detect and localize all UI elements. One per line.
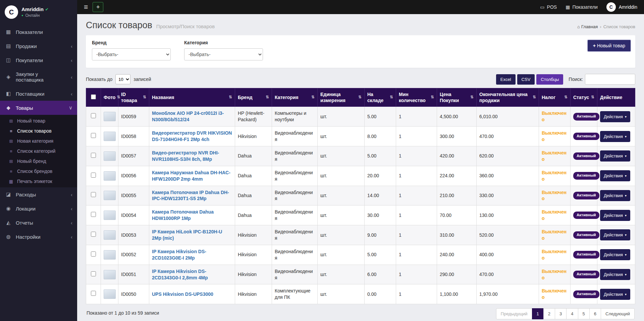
col-header-final-price[interactable]: Окончательная цена продажи⇅ [477, 88, 539, 107]
product-photo[interactable] [104, 270, 116, 279]
row-actions-button[interactable]: Действия▾ [600, 249, 630, 260]
col-header-tax[interactable]: Налог⇅ [539, 88, 571, 107]
tax-status: Выключено [542, 288, 567, 300]
row-checkbox[interactable] [91, 291, 96, 296]
quick-add-button[interactable]: + [93, 2, 103, 12]
product-photo[interactable] [104, 191, 116, 200]
col-header-unit[interactable]: Единица измерения⇅ [318, 88, 365, 107]
sidebar-item-reports[interactable]: ◭ Отчеты ‹ [0, 216, 77, 230]
sidebar-item-customers[interactable]: ◫ Покупатели ‹ [0, 53, 77, 67]
pagination-page-button[interactable]: 5 [578, 308, 590, 319]
row-actions-button[interactable]: Действия▾ [600, 111, 630, 122]
row-actions-button[interactable]: Действия▾ [600, 229, 630, 240]
verified-badge-icon: ✔ [45, 7, 49, 12]
sidebar-item-sales[interactable]: ▤ Продажи ‹ [0, 39, 77, 53]
sidebar-item-products[interactable]: ◆ Товары ∨ [0, 101, 77, 115]
sidebar-item-settings[interactable]: ◍ Настройки ‹ [0, 230, 77, 244]
col-header-id[interactable]: ID товара⇅ [118, 88, 149, 107]
submenu-item-brand-list[interactable]: ≡ Список брендов [0, 166, 77, 176]
pagination-page-button[interactable]: 6 [589, 308, 601, 319]
col-header-name[interactable]: Названия⇅ [149, 88, 235, 107]
sidebar-item-indicators[interactable]: ▦ Показатели [0, 25, 77, 39]
category-filter-select[interactable]: -Выбрать- [184, 48, 263, 60]
row-checkbox[interactable] [91, 113, 96, 118]
products-submenu: ⊞ Новый товар ≡ Список товаров ⊞ Новая к… [0, 115, 77, 187]
sidebar-item-suppliers[interactable]: ◧ Поставщики ‹ [0, 87, 77, 101]
row-actions-button[interactable]: Действия▾ [600, 150, 630, 162]
sidebar-item-supplier-purchases[interactable]: ◈ Закупки у поставщика ‹ [0, 67, 77, 87]
col-header-photo[interactable]: Фото⇅ [101, 88, 118, 107]
row-checkbox[interactable] [91, 192, 96, 197]
submenu-item-new-product[interactable]: ⊞ Новый товар [0, 116, 77, 126]
product-photo[interactable] [104, 211, 116, 220]
product-name-link[interactable]: Камера Потолочная IP Dahua DH-IPC-HDW123… [152, 190, 229, 201]
submenu-item-new-brand[interactable]: ⊞ Новый бренд [0, 156, 77, 166]
product-photo[interactable] [104, 151, 116, 161]
pagination-page-button[interactable]: 1 [532, 308, 544, 319]
submenu-item-new-category[interactable]: ⊞ Новая категория [0, 136, 77, 146]
col-header-purchase-price[interactable]: Цена Покупки⇅ [437, 88, 477, 107]
product-name-link[interactable]: IP Камера Hikvision DS-2CD1023G0E-I 2Mp [152, 249, 206, 261]
product-purchase-price: 1,100.00 [437, 284, 477, 304]
select-all-checkbox[interactable] [91, 94, 96, 99]
submenu-item-print-labels[interactable]: ▦ Печать этикеток [0, 176, 77, 186]
hamburger-menu-icon[interactable]: ≡ [84, 3, 88, 11]
columns-toggle-button[interactable]: Столбцы [536, 74, 563, 85]
product-unit: шт. [318, 205, 365, 225]
sidebar-item-expenses[interactable]: ◪ Расходы ‹ [0, 187, 77, 201]
user-menu[interactable]: C Amriddin [606, 2, 637, 12]
row-checkbox[interactable] [91, 251, 96, 257]
search-input[interactable] [585, 74, 635, 85]
pagination-page-button[interactable]: 4 [566, 308, 578, 319]
product-name-link[interactable]: IP Камера Hikvision DS-2CD1343G0-I 2,8mm… [152, 269, 208, 280]
col-header-min-qty[interactable]: Мин количество⇅ [396, 88, 437, 107]
pagination-prev-button[interactable]: Предыдущий [496, 308, 532, 319]
product-name-link[interactable]: Камера Потолочная Dahua HDW1000RP 1Mp [152, 209, 214, 221]
sidebar-user-panel[interactable]: C Amriddin ✔ ● Онлайн [0, 0, 77, 23]
pagination-next-button[interactable]: Следующий [601, 308, 635, 319]
row-actions-button[interactable]: Действия▾ [600, 289, 630, 300]
product-photo[interactable] [104, 132, 116, 141]
sidebar-item-locations[interactable]: ◉ Локации ‹ [0, 201, 77, 216]
brand-filter-select[interactable]: -Выбрать- [92, 48, 171, 60]
new-product-button[interactable]: + Новый товар [587, 39, 631, 52]
product-name-link[interactable]: Камера Наружная Dahua DH-HAC-HFW1200DP 2… [152, 170, 230, 182]
row-actions-button[interactable]: Действия▾ [600, 190, 630, 201]
col-header-brand[interactable]: Бренд⇅ [235, 88, 272, 107]
col-header-status[interactable]: Статус⇅ [571, 88, 597, 107]
row-checkbox[interactable] [91, 153, 96, 158]
product-photo[interactable] [104, 250, 116, 260]
product-name-link[interactable]: Видео-регистратор NVR DHI-NVR1108HS-S3/H… [152, 150, 219, 162]
row-checkbox[interactable] [91, 173, 96, 178]
pagination-page-button[interactable]: 3 [555, 308, 567, 319]
row-checkbox[interactable] [91, 271, 96, 276]
submenu-item-product-list[interactable]: ≡ Список товаров [0, 126, 77, 136]
product-photo[interactable] [104, 112, 116, 121]
breadcrumb-home-link[interactable]: ⌂ Главная [577, 24, 598, 29]
product-photo[interactable] [104, 230, 116, 240]
col-header-category[interactable]: Категория⇅ [272, 88, 318, 107]
row-checkbox[interactable] [91, 133, 96, 138]
excel-export-button[interactable]: Excel [496, 74, 516, 85]
pos-link[interactable]: ▭ POS [540, 4, 557, 10]
product-name-link[interactable]: IP Камера HiLook IPC-B120H-U 2Mp (mic) [152, 229, 222, 241]
row-actions-button[interactable]: Действия▾ [600, 131, 630, 142]
col-header-stock[interactable]: На складе⇅ [365, 88, 396, 107]
row-checkbox[interactable] [91, 232, 96, 237]
csv-export-button[interactable]: CSV [517, 74, 535, 85]
page-size-select[interactable]: 10 [115, 74, 130, 84]
product-name-link[interactable]: Видеорегистратор DVR HIKVISION DS-7104HG… [152, 130, 232, 142]
pagination-page-button[interactable]: 2 [543, 308, 555, 319]
row-actions-button[interactable]: Действия▾ [600, 269, 630, 280]
product-name-link[interactable]: Моноблок AIO HP 24-cr0012I i3-N300/8Gb/5… [152, 110, 224, 122]
product-name-link[interactable]: UPS Hikvision DS-UPS3000 [152, 291, 213, 297]
product-id: ID0057 [118, 146, 149, 166]
row-checkbox[interactable] [91, 212, 96, 217]
product-photo[interactable] [104, 171, 116, 181]
row-actions-button[interactable]: Действия▾ [600, 170, 630, 181]
indicators-link[interactable]: ▦ Показатели [566, 4, 598, 10]
submenu-item-category-list[interactable]: ≡ Список категорий [0, 146, 77, 156]
product-photo[interactable] [104, 289, 116, 299]
chevron-left-icon: ‹ [71, 91, 72, 97]
row-actions-button[interactable]: Действия▾ [600, 210, 630, 221]
